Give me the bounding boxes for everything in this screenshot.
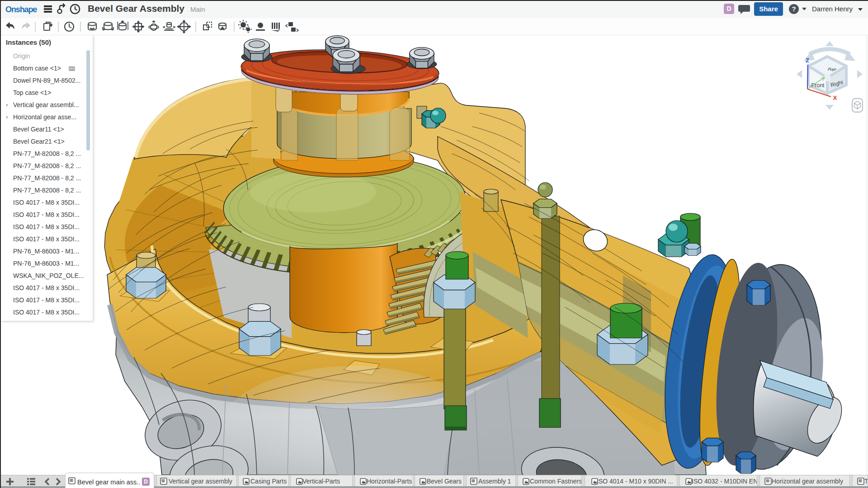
svg-text:Front: Front	[811, 82, 825, 89]
svg-text:X: X	[833, 94, 837, 101]
svg-text:?: ?	[792, 5, 796, 13]
svg-text:Z: Z	[806, 57, 809, 64]
